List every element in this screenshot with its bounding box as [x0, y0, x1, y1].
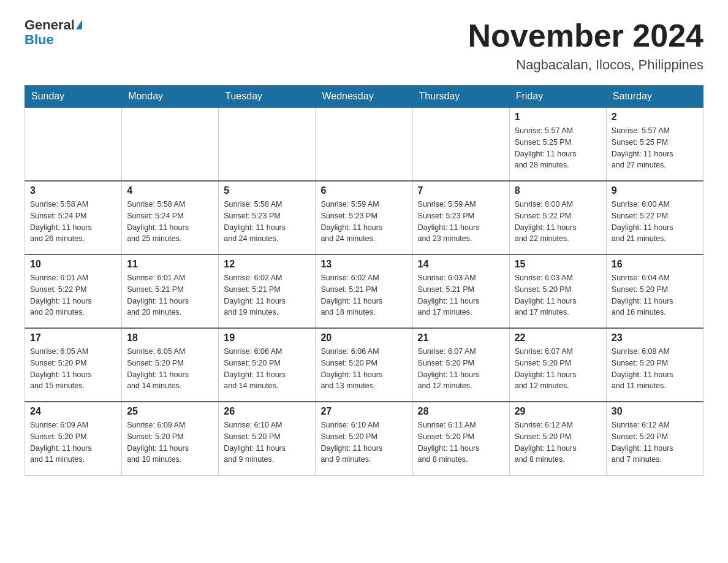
day-info: Sunrise: 5:59 AMSunset: 5:23 PMDaylight:… [418, 199, 504, 245]
day-number: 28 [418, 406, 504, 417]
day-number: 26 [224, 406, 310, 417]
calendar-cell: 14Sunrise: 6:03 AMSunset: 5:21 PMDayligh… [412, 255, 509, 328]
day-info: Sunrise: 5:57 AMSunset: 5:25 PMDaylight:… [612, 125, 698, 171]
calendar-cell: 12Sunrise: 6:02 AMSunset: 5:21 PMDayligh… [219, 255, 316, 328]
day-number: 20 [320, 332, 407, 343]
day-number: 13 [320, 259, 407, 270]
day-number: 4 [127, 185, 213, 196]
calendar-cell: 27Sunrise: 6:10 AMSunset: 5:20 PMDayligh… [316, 402, 412, 475]
day-number: 14 [418, 259, 504, 270]
calendar-cell: 25Sunrise: 6:09 AMSunset: 5:20 PMDayligh… [122, 402, 219, 475]
calendar-cell: 5Sunrise: 5:58 AMSunset: 5:23 PMDaylight… [219, 181, 316, 255]
calendar-cell: 16Sunrise: 6:04 AMSunset: 5:20 PMDayligh… [606, 255, 703, 328]
title-area: November 2024 Nagbacalan, Ilocos, Philip… [468, 18, 703, 73]
day-info: Sunrise: 6:12 AMSunset: 5:20 PMDaylight:… [515, 419, 601, 465]
day-number: 11 [127, 259, 213, 270]
day-info: Sunrise: 6:03 AMSunset: 5:20 PMDaylight:… [515, 272, 601, 318]
calendar-cell: 23Sunrise: 6:08 AMSunset: 5:20 PMDayligh… [606, 328, 703, 402]
day-info: Sunrise: 5:58 AMSunset: 5:24 PMDaylight:… [127, 199, 213, 245]
day-info: Sunrise: 6:09 AMSunset: 5:20 PMDaylight:… [127, 419, 213, 465]
day-info: Sunrise: 5:59 AMSunset: 5:23 PMDaylight:… [320, 199, 407, 245]
day-number: 3 [30, 185, 116, 196]
week-row-2: 10Sunrise: 6:01 AMSunset: 5:22 PMDayligh… [25, 255, 703, 328]
logo: General Blue [25, 18, 82, 47]
calendar-cell: 7Sunrise: 5:59 AMSunset: 5:23 PMDaylight… [412, 181, 509, 255]
logo-general-text: General [25, 17, 82, 33]
day-info: Sunrise: 5:58 AMSunset: 5:24 PMDaylight:… [30, 199, 116, 245]
calendar-cell: 24Sunrise: 6:09 AMSunset: 5:20 PMDayligh… [25, 402, 122, 475]
day-info: Sunrise: 6:04 AMSunset: 5:20 PMDaylight:… [612, 272, 698, 318]
weekday-header-sunday: Sunday [25, 86, 122, 108]
calendar-cell: 10Sunrise: 6:01 AMSunset: 5:22 PMDayligh… [25, 255, 122, 328]
day-info: Sunrise: 6:02 AMSunset: 5:21 PMDaylight:… [224, 272, 310, 318]
day-number: 21 [418, 332, 504, 343]
calendar-cell [25, 107, 122, 181]
day-info: Sunrise: 6:01 AMSunset: 5:22 PMDaylight:… [30, 272, 116, 318]
day-info: Sunrise: 6:12 AMSunset: 5:20 PMDaylight:… [612, 419, 698, 465]
weekday-header-thursday: Thursday [412, 86, 509, 108]
week-row-1: 3Sunrise: 5:58 AMSunset: 5:24 PMDaylight… [25, 181, 703, 255]
day-number: 18 [127, 332, 213, 343]
day-info: Sunrise: 6:07 AMSunset: 5:20 PMDaylight:… [515, 346, 601, 392]
weekday-header-friday: Friday [509, 86, 606, 108]
calendar: SundayMondayTuesdayWednesdayThursdayFrid… [25, 85, 703, 476]
day-number: 29 [515, 406, 601, 417]
day-number: 10 [30, 259, 116, 270]
day-info: Sunrise: 6:05 AMSunset: 5:20 PMDaylight:… [127, 346, 213, 392]
weekday-header-saturday: Saturday [606, 86, 703, 108]
calendar-cell [122, 107, 219, 181]
header: General Blue November 2024 Nagbacalan, I… [25, 18, 703, 73]
day-info: Sunrise: 6:02 AMSunset: 5:21 PMDaylight:… [320, 272, 407, 318]
calendar-cell: 29Sunrise: 6:12 AMSunset: 5:20 PMDayligh… [509, 402, 606, 475]
calendar-cell: 3Sunrise: 5:58 AMSunset: 5:24 PMDaylight… [25, 181, 122, 255]
day-number: 15 [515, 259, 601, 270]
week-row-4: 24Sunrise: 6:09 AMSunset: 5:20 PMDayligh… [25, 402, 703, 475]
logo-blue-text: Blue [25, 33, 54, 47]
day-number: 22 [515, 332, 601, 343]
calendar-cell: 13Sunrise: 6:02 AMSunset: 5:21 PMDayligh… [316, 255, 412, 328]
calendar-cell: 19Sunrise: 6:06 AMSunset: 5:20 PMDayligh… [219, 328, 316, 402]
calendar-cell: 30Sunrise: 6:12 AMSunset: 5:20 PMDayligh… [606, 402, 703, 475]
calendar-cell: 1Sunrise: 5:57 AMSunset: 5:25 PMDaylight… [509, 107, 606, 181]
calendar-cell: 26Sunrise: 6:10 AMSunset: 5:20 PMDayligh… [219, 402, 316, 475]
month-title: November 2024 [468, 18, 703, 53]
day-number: 19 [224, 332, 310, 343]
day-number: 27 [320, 406, 407, 417]
calendar-cell [219, 107, 316, 181]
week-row-3: 17Sunrise: 6:05 AMSunset: 5:20 PMDayligh… [25, 328, 703, 402]
day-number: 1 [515, 112, 601, 123]
day-number: 9 [612, 185, 698, 196]
calendar-cell [316, 107, 412, 181]
day-number: 25 [127, 406, 213, 417]
calendar-cell: 11Sunrise: 6:01 AMSunset: 5:21 PMDayligh… [122, 255, 219, 328]
day-info: Sunrise: 6:06 AMSunset: 5:20 PMDaylight:… [320, 346, 407, 392]
calendar-cell [412, 107, 509, 181]
day-info: Sunrise: 6:00 AMSunset: 5:22 PMDaylight:… [515, 199, 601, 245]
day-info: Sunrise: 6:08 AMSunset: 5:20 PMDaylight:… [612, 346, 698, 392]
day-number: 30 [612, 406, 698, 417]
day-number: 7 [418, 185, 504, 196]
calendar-cell: 8Sunrise: 6:00 AMSunset: 5:22 PMDaylight… [509, 181, 606, 255]
day-info: Sunrise: 6:10 AMSunset: 5:20 PMDaylight:… [320, 419, 407, 465]
calendar-cell: 15Sunrise: 6:03 AMSunset: 5:20 PMDayligh… [509, 255, 606, 328]
day-number: 16 [612, 259, 698, 270]
day-info: Sunrise: 6:00 AMSunset: 5:22 PMDaylight:… [612, 199, 698, 245]
day-number: 23 [612, 332, 698, 343]
logo-triangle-icon [76, 20, 82, 29]
day-number: 6 [320, 185, 407, 196]
day-number: 2 [612, 112, 698, 123]
day-number: 5 [224, 185, 310, 196]
week-row-0: 1Sunrise: 5:57 AMSunset: 5:25 PMDaylight… [25, 107, 703, 181]
calendar-cell: 18Sunrise: 6:05 AMSunset: 5:20 PMDayligh… [122, 328, 219, 402]
calendar-cell: 28Sunrise: 6:11 AMSunset: 5:20 PMDayligh… [412, 402, 509, 475]
calendar-cell: 22Sunrise: 6:07 AMSunset: 5:20 PMDayligh… [509, 328, 606, 402]
day-info: Sunrise: 6:06 AMSunset: 5:20 PMDaylight:… [224, 346, 310, 392]
day-info: Sunrise: 6:03 AMSunset: 5:21 PMDaylight:… [418, 272, 504, 318]
day-info: Sunrise: 5:57 AMSunset: 5:25 PMDaylight:… [515, 125, 601, 171]
day-info: Sunrise: 6:01 AMSunset: 5:21 PMDaylight:… [127, 272, 213, 318]
day-number: 12 [224, 259, 310, 270]
calendar-cell: 2Sunrise: 5:57 AMSunset: 5:25 PMDaylight… [606, 107, 703, 181]
weekday-header-monday: Monday [122, 86, 219, 108]
logo-general-line: General [25, 18, 82, 32]
calendar-cell: 17Sunrise: 6:05 AMSunset: 5:20 PMDayligh… [25, 328, 122, 402]
